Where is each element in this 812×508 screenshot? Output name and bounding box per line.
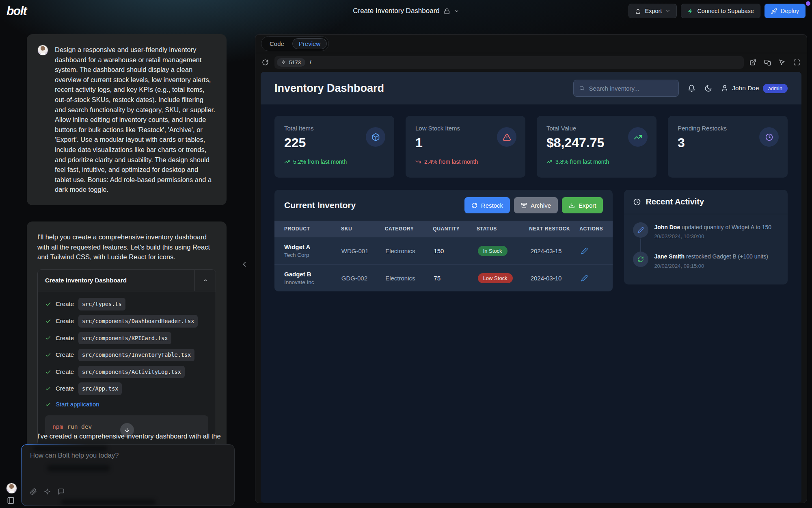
activity-timestamp: 20/02/2024, 10:30:00 bbox=[654, 233, 771, 239]
recent-activity-panel: Recent Activity John Doe updated quantit… bbox=[624, 190, 788, 284]
activity-title: Recent Activity bbox=[646, 197, 704, 206]
export-csv-button[interactable]: Export bbox=[562, 197, 603, 213]
refresh-icon bbox=[471, 202, 477, 208]
edit-pencil-icon[interactable] bbox=[581, 247, 588, 254]
assistant-message: I'll help you create a comprehensive inv… bbox=[27, 221, 227, 456]
product-quantity[interactable]: 150 bbox=[434, 247, 477, 254]
file-chip[interactable]: src/components/KPICard.tsx bbox=[78, 332, 171, 345]
supabase-zap-icon bbox=[687, 8, 693, 14]
edit-pencil-icon[interactable] bbox=[581, 275, 588, 282]
start-application-step[interactable]: Start application bbox=[45, 399, 208, 410]
check-icon bbox=[45, 352, 51, 358]
package-icon bbox=[371, 133, 380, 141]
search-input[interactable] bbox=[589, 85, 674, 92]
file-chip[interactable]: src/App.tsx bbox=[78, 382, 122, 395]
check-icon bbox=[45, 386, 51, 392]
check-icon bbox=[45, 335, 51, 341]
inventory-search[interactable] bbox=[573, 80, 679, 97]
restock-label: Restock bbox=[481, 202, 503, 209]
deploy-button[interactable]: Deploy bbox=[764, 4, 806, 18]
preview-panel: Code Preview 5173 / Inventory Dashboard bbox=[255, 34, 807, 503]
kpi-trend: 5.2% from last month bbox=[293, 158, 347, 165]
file-chip[interactable]: src/components/InventoryTable.tsx bbox=[78, 349, 194, 361]
column-header: SKU bbox=[341, 225, 385, 232]
step-action: Create bbox=[56, 299, 74, 309]
user-icon bbox=[721, 85, 728, 92]
table-row: Widget A Tech Corp WDG-001 Electronics 1… bbox=[274, 237, 613, 264]
tab-preview[interactable]: Preview bbox=[292, 38, 327, 49]
file-chip[interactable]: src/components/ActivityLog.tsx bbox=[78, 366, 185, 378]
next-restock-date: 2024-03-10 bbox=[531, 275, 581, 282]
redacted-blur bbox=[33, 446, 108, 451]
open-external-icon[interactable] bbox=[749, 59, 756, 66]
restock-button[interactable]: Restock bbox=[464, 197, 510, 213]
reload-icon[interactable] bbox=[262, 59, 269, 66]
code-preview-toggle: Code Preview bbox=[261, 36, 329, 51]
fullscreen-icon[interactable] bbox=[793, 59, 800, 66]
collapse-chat-chevron-icon[interactable] bbox=[240, 260, 248, 268]
kpi-trend: 2.4% from last month bbox=[424, 158, 478, 165]
artifact-header[interactable]: Create Inventory Dashboard bbox=[38, 270, 216, 292]
collapse-artifact-button[interactable] bbox=[194, 270, 216, 291]
sidebar-toggle-icon[interactable] bbox=[7, 497, 15, 504]
attach-file-icon[interactable] bbox=[30, 488, 37, 495]
bolt-logo[interactable]: bolt bbox=[6, 4, 26, 18]
export-label: Export bbox=[645, 8, 662, 14]
activity-user: John Doe bbox=[654, 224, 680, 230]
chat-icon[interactable] bbox=[58, 488, 65, 495]
activity-action: updated quantity of Widget A to 150 bbox=[680, 224, 771, 230]
artifact-title: Create Inventory Dashboard bbox=[38, 270, 194, 291]
start-application-label: Start application bbox=[56, 399, 99, 410]
tab-code[interactable]: Code bbox=[263, 38, 291, 49]
inspect-cursor-icon[interactable] bbox=[779, 59, 786, 66]
clock-icon bbox=[633, 198, 641, 206]
column-header: Product bbox=[284, 225, 341, 232]
user-prompt-text: Design a responsive and user-friendly in… bbox=[55, 45, 216, 195]
export-button[interactable]: Export bbox=[628, 4, 677, 18]
user-message: Design a responsive and user-friendly in… bbox=[27, 34, 227, 205]
edit-pencil-icon bbox=[637, 227, 644, 233]
status-badge: In Stock bbox=[478, 246, 508, 256]
product-name: Widget A bbox=[284, 243, 341, 250]
table-row: Gadget B Innovate Inc GDG-002 Electronic… bbox=[274, 264, 613, 291]
port-number: 5173 bbox=[289, 59, 301, 65]
inventory-title: Current Inventory bbox=[284, 200, 356, 210]
check-icon bbox=[45, 402, 51, 408]
file-chip[interactable]: src/types.ts bbox=[78, 298, 125, 310]
inventory-dashboard-app: Inventory Dashboard John Doe admin Total… bbox=[261, 72, 801, 503]
file-chip[interactable]: src/components/DashboardHeader.tsx bbox=[78, 315, 198, 328]
artifact-panel: Create Inventory Dashboard Create src/ty… bbox=[37, 269, 216, 446]
artifact-step: Create src/components/InventoryTable.tsx bbox=[45, 349, 208, 361]
clock-icon bbox=[765, 133, 773, 141]
product-supplier: Tech Corp bbox=[284, 252, 341, 258]
kpi-card-total-items: Total Items 225 5.2% from last month bbox=[274, 116, 394, 178]
project-title-menu[interactable]: Create Inventory Dashboard bbox=[353, 0, 459, 22]
responsive-devices-icon[interactable] bbox=[764, 59, 771, 66]
redacted-blur bbox=[61, 499, 156, 505]
dark-mode-moon-icon[interactable] bbox=[704, 85, 712, 92]
sparkles-icon[interactable] bbox=[44, 488, 51, 495]
chat-input[interactable]: How can Bolt help you today? bbox=[21, 444, 235, 506]
step-action: Create bbox=[56, 367, 74, 377]
list-item: Jane Smith restocked Gadget B (+100 unit… bbox=[633, 252, 779, 281]
artifact-step: Create src/types.ts bbox=[45, 298, 208, 310]
column-header: Actions bbox=[579, 225, 603, 232]
port-badge[interactable]: 5173 bbox=[277, 58, 305, 67]
alert-triangle-icon bbox=[503, 133, 511, 141]
step-action: Create bbox=[56, 316, 74, 326]
trending-up-icon bbox=[546, 159, 552, 165]
chevron-up-icon bbox=[203, 278, 208, 283]
table-header-row: Product SKU Category Quantity Status Nex… bbox=[274, 221, 613, 237]
archive-button[interactable]: Archive bbox=[514, 197, 558, 213]
product-quantity[interactable]: 75 bbox=[434, 275, 477, 282]
connect-supabase-button[interactable]: Connect to Supabase bbox=[681, 4, 760, 18]
user-menu[interactable]: John Doe admin bbox=[721, 84, 788, 93]
account-avatar[interactable] bbox=[6, 483, 17, 494]
kpi-card-total-value: Total Value $8,247.75 3.8% from last mon… bbox=[537, 116, 657, 178]
notifications-bell-icon[interactable] bbox=[688, 85, 695, 92]
preview-url-bar[interactable]: 5173 / bbox=[274, 56, 744, 69]
download-icon bbox=[569, 202, 575, 208]
column-header: Status bbox=[477, 225, 529, 232]
trending-up-icon bbox=[634, 133, 642, 141]
artifact-step: Create src/components/ActivityLog.tsx bbox=[45, 366, 208, 378]
